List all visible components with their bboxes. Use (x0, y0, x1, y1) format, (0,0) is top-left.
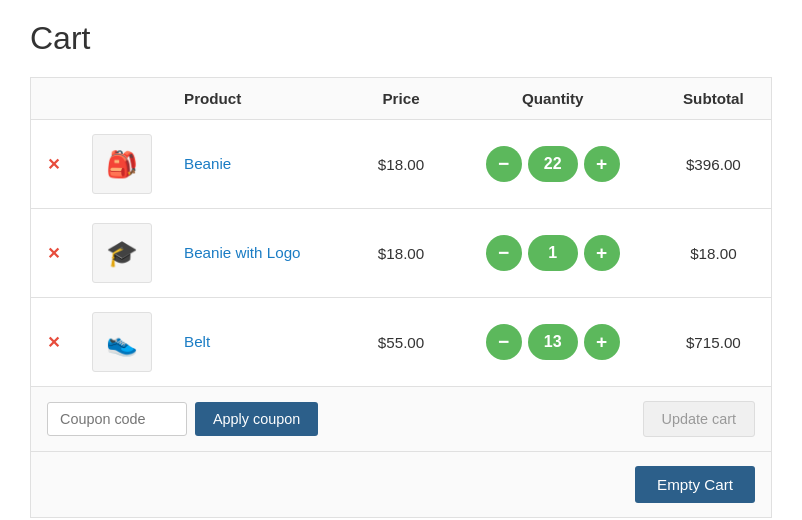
product-subtotal: $715.00 (656, 298, 772, 387)
remove-item-button[interactable]: ✕ (47, 155, 60, 174)
quantity-increase-button[interactable]: + (584, 235, 620, 271)
product-image: 👟 (92, 312, 152, 372)
product-price: $55.00 (352, 298, 449, 387)
product-subtotal: $18.00 (656, 209, 772, 298)
col-remove (31, 78, 77, 120)
table-row: ✕ 🎓 Beanie with Logo $18.00 − 1 + $18.00 (31, 209, 772, 298)
product-name-link[interactable]: Beanie (184, 155, 231, 172)
quantity-value: 22 (528, 146, 578, 182)
product-price: $18.00 (352, 209, 449, 298)
coupon-area: Apply coupon (47, 402, 318, 436)
update-cart-button[interactable]: Update cart (643, 401, 755, 437)
product-price: $18.00 (352, 120, 449, 209)
quantity-wrapper: − 1 + (466, 235, 640, 271)
remove-item-button[interactable]: ✕ (47, 244, 60, 263)
quantity-decrease-button[interactable]: − (486, 235, 522, 271)
col-quantity: Quantity (450, 78, 656, 120)
quantity-increase-button[interactable]: + (584, 324, 620, 360)
quantity-value: 1 (528, 235, 578, 271)
col-price: Price (352, 78, 449, 120)
quantity-wrapper: − 22 + (466, 146, 640, 182)
quantity-value: 13 (528, 324, 578, 360)
quantity-decrease-button[interactable]: − (486, 146, 522, 182)
empty-cart-row: Empty Cart (30, 452, 772, 518)
quantity-wrapper: − 13 + (466, 324, 640, 360)
quantity-decrease-button[interactable]: − (486, 324, 522, 360)
table-row: ✕ 🎒 Beanie $18.00 − 22 + $396.00 (31, 120, 772, 209)
remove-item-button[interactable]: ✕ (47, 333, 60, 352)
page-title: Cart (30, 20, 772, 57)
col-image (76, 78, 168, 120)
col-product: Product (168, 78, 352, 120)
col-subtotal: Subtotal (656, 78, 772, 120)
table-row: ✕ 👟 Belt $55.00 − 13 + $715.00 (31, 298, 772, 387)
empty-cart-button[interactable]: Empty Cart (635, 466, 755, 503)
apply-coupon-button[interactable]: Apply coupon (195, 402, 318, 436)
product-image: 🎒 (92, 134, 152, 194)
coupon-input[interactable] (47, 402, 187, 436)
product-subtotal: $396.00 (656, 120, 772, 209)
quantity-increase-button[interactable]: + (584, 146, 620, 182)
product-name-link[interactable]: Beanie with Logo (184, 244, 301, 261)
product-image: 🎓 (92, 223, 152, 283)
cart-table: Product Price Quantity Subtotal ✕ 🎒 Bean… (30, 77, 772, 387)
cart-actions-bar: Apply coupon Update cart (30, 387, 772, 452)
product-name-link[interactable]: Belt (184, 333, 210, 350)
